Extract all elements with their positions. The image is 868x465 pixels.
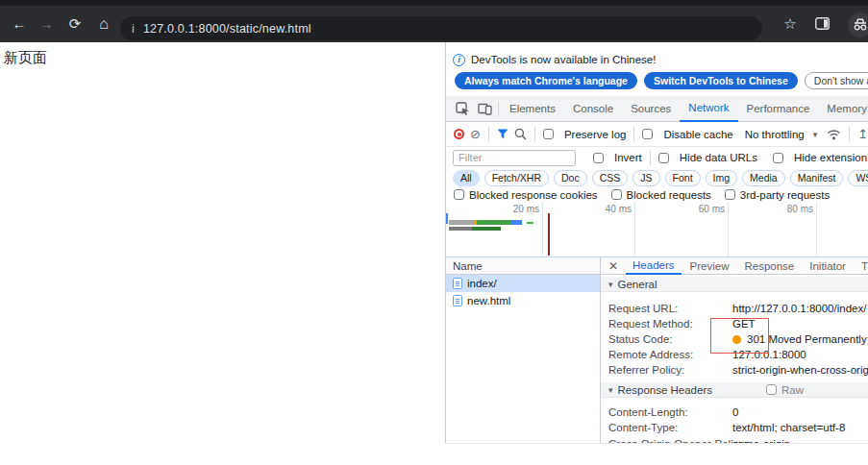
request-row-newhtml[interactable]: new.html <box>446 292 600 309</box>
chip-media[interactable]: Media <box>742 170 785 186</box>
throttling-dropdown[interactable]: No throttling <box>745 129 805 140</box>
tab-console[interactable]: Console <box>564 96 622 122</box>
waiting-segment <box>449 227 472 231</box>
header-row: Referrer Policy: strict-origin-when-cros… <box>601 362 868 378</box>
url-text[interactable]: 127.0.0.1:8000/static/new.html <box>143 22 311 36</box>
tab-response[interactable]: Response <box>737 257 801 275</box>
request-list: index/ new.html <box>446 275 601 443</box>
chip-fetch-xhr[interactable]: Fetch/XHR <box>484 170 549 186</box>
site-info-icon[interactable]: i <box>132 21 135 36</box>
tick-80ms: 80 ms <box>775 204 813 214</box>
record-icon[interactable] <box>454 129 464 139</box>
general-section-header[interactable]: ▾ General <box>601 277 868 292</box>
response-headers-section-header[interactable]: ▾ Response Headers Raw <box>601 382 868 398</box>
network-conditions-icon[interactable] <box>827 129 841 140</box>
tab-initiator[interactable]: Initiator <box>803 257 853 275</box>
chip-all[interactable]: All <box>453 170 480 186</box>
forward-icon[interactable]: → <box>37 14 56 34</box>
clear-icon[interactable]: ⊘ <box>470 128 481 141</box>
side-panel-icon[interactable] <box>815 17 830 30</box>
notification-text: DevTools is now available in Chinese! <box>471 54 656 65</box>
gridline <box>634 202 635 257</box>
back-icon[interactable]: ← <box>10 14 29 34</box>
import-har-icon[interactable]: ↥ <box>857 128 868 141</box>
domcontentloaded-marker <box>446 213 448 224</box>
requests-grid-header: Name ✕ Headers Preview Response Initiato… <box>446 257 868 275</box>
disable-cache-checkbox[interactable] <box>642 129 653 139</box>
header-label: Request URL: <box>601 303 732 314</box>
network-overview-timeline[interactable]: 20 ms 40 ms 60 ms 80 ms <box>446 202 868 257</box>
invert-checkbox[interactable] <box>593 153 604 163</box>
bar-tail-dash <box>527 222 533 224</box>
tab-memory[interactable]: Memory <box>818 96 868 122</box>
hide-extension-urls-checkbox[interactable] <box>773 153 783 163</box>
load-event-marker <box>548 213 550 256</box>
header-row: Content-Length: 0 <box>601 404 868 420</box>
header-value: GET <box>732 318 756 330</box>
tab-elements[interactable]: Elements <box>501 96 564 122</box>
devtools-panel: i DevTools is now available in Chinese! … <box>445 42 868 444</box>
tab-network[interactable]: Network <box>680 96 737 122</box>
name-column-header[interactable]: Name <box>446 257 601 274</box>
hide-data-urls-label: Hide data URLs <box>680 152 757 163</box>
header-row: Content-Type: text/html; charset=utf-8 <box>601 420 868 435</box>
hide-extension-urls-label: Hide extension URLs <box>794 152 868 163</box>
hide-data-urls-checkbox[interactable] <box>658 153 669 163</box>
tab-performance[interactable]: Performance <box>738 96 819 122</box>
header-label: Referrer Policy: <box>601 364 732 376</box>
chip-js[interactable]: JS <box>632 170 659 186</box>
preserve-log-checkbox[interactable] <box>543 129 554 139</box>
device-toolbar-icon[interactable] <box>478 103 492 115</box>
chip-ws[interactable]: WS <box>848 170 868 186</box>
incognito-profile-icon[interactable] <box>848 12 868 37</box>
header-row: Request Method: GET <box>601 316 868 331</box>
close-icon[interactable]: ✕ <box>608 259 618 273</box>
third-party-requests-label: 3rd-party requests <box>740 189 830 201</box>
inspect-element-icon[interactable] <box>456 102 470 115</box>
disable-cache-label: Disable cache <box>663 129 732 140</box>
waiting-segment <box>449 220 474 225</box>
tab-headers[interactable]: Headers <box>626 257 681 275</box>
request-type-chips: All Fetch/XHR Doc CSS JS Font Img Media … <box>446 168 868 187</box>
raw-checkbox[interactable] <box>766 384 777 395</box>
tick-40ms: 40 ms <box>593 204 632 214</box>
chip-css[interactable]: CSS <box>592 170 629 186</box>
collapse-triangle-icon[interactable]: ▾ <box>608 385 613 395</box>
switch-to-chinese-button[interactable]: Switch DevTools to Chinese <box>644 72 798 89</box>
header-value[interactable]: http://127.0.0.1:8000/index/ <box>732 303 866 314</box>
status-dot-icon <box>732 335 741 344</box>
divider <box>650 151 651 165</box>
receiving-segment <box>477 220 510 225</box>
chip-doc[interactable]: Doc <box>554 170 587 186</box>
address-bar[interactable]: i 127.0.0.1:8000/static/new.html <box>120 16 762 40</box>
chip-manifest[interactable]: Manifest <box>790 170 844 186</box>
tab-preview[interactable]: Preview <box>683 257 736 275</box>
dont-show-again-button[interactable]: Don't show again <box>805 72 868 89</box>
third-party-requests-checkbox[interactable] <box>725 189 735 200</box>
browser-toolbar: ← → ⟳ ⌂ i 127.0.0.1:8000/static/new.html… <box>0 6 868 42</box>
receiving-segment <box>472 227 501 231</box>
bookmark-star-icon[interactable]: ☆ <box>781 14 800 34</box>
reload-icon[interactable]: ⟳ <box>65 14 85 34</box>
match-language-button[interactable]: Always match Chrome's language <box>455 72 637 89</box>
request-name: new.html <box>467 295 510 306</box>
header-label: Content-Type: <box>601 422 732 433</box>
tab-timing[interactable]: Timing <box>855 257 868 275</box>
filter-input[interactable] <box>453 150 576 166</box>
chip-font[interactable]: Font <box>665 170 701 186</box>
request-name: index/ <box>467 278 497 289</box>
filter-funnel-icon[interactable] <box>497 129 508 139</box>
collapse-triangle-icon[interactable]: ▾ <box>608 280 613 289</box>
blocked-requests-checkbox[interactable] <box>611 189 622 200</box>
gridline <box>542 202 543 257</box>
chevron-down-icon[interactable]: ▾ <box>813 130 818 139</box>
tab-sources[interactable]: Sources <box>622 96 680 122</box>
blocked-response-cookies-checkbox[interactable] <box>454 189 464 200</box>
chip-img[interactable]: Img <box>706 170 738 186</box>
header-row: Cross-Origin-Opener-Policy: same-origin <box>601 436 868 443</box>
blocked-filters-row: Blocked response cookies Blocked request… <box>446 187 868 202</box>
search-icon[interactable] <box>514 128 527 140</box>
request-row-index[interactable]: index/ <box>446 275 600 292</box>
request-waterfall-bar <box>449 220 522 225</box>
home-icon[interactable]: ⌂ <box>94 14 113 34</box>
